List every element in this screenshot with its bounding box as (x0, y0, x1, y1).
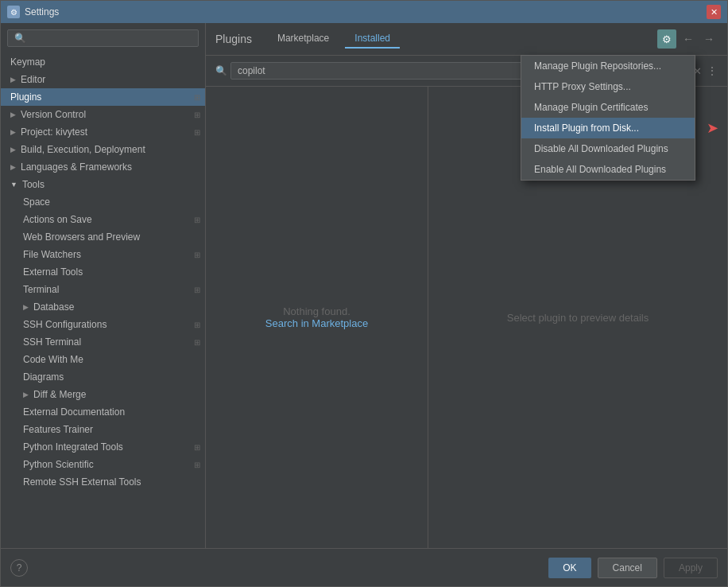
dropdown-item-install-disk[interactable]: Install Plugin from Disk... ➤ (521, 118, 695, 138)
sidebar-item-ssh-terminal[interactable]: SSH Terminal ⊞ (1, 333, 205, 351)
sidebar-item-space[interactable]: Space (1, 193, 205, 211)
sidebar-item-label: Remote SSH External Tools (23, 476, 141, 488)
tab-installed[interactable]: Installed (345, 29, 400, 49)
nothing-found: Nothing found. Search in Marketplace (265, 305, 368, 329)
dropdown-item-disable-all[interactable]: Disable All Downloaded Plugins (521, 138, 695, 159)
sidebar-item-label: Python Integrated Tools (23, 441, 123, 453)
apply-button[interactable]: Apply (664, 558, 718, 578)
chevron-right-icon: ▶ (10, 76, 16, 84)
sidebar-item-python-scientific[interactable]: Python Scientific ⊞ (1, 456, 205, 473)
chevron-right-icon: ▶ (10, 111, 16, 119)
sidebar-item-label: Diagrams (23, 371, 64, 383)
sidebar-item-label: Diff & Merge (33, 389, 86, 400)
sidebar-item-keymap[interactable]: Keymap (1, 53, 205, 71)
sidebar-item-label: Space (23, 196, 50, 208)
search-icon: 🔍 (215, 65, 227, 76)
more-options-button[interactable]: ⋮ (707, 64, 718, 77)
expand-icon: ⊞ (194, 111, 200, 119)
expand-icon: ⊞ (194, 93, 200, 102)
sidebar-item-tools[interactable]: ▼ Tools (1, 176, 205, 193)
window-title: Settings (25, 6, 702, 17)
sidebar-item-python-integrated[interactable]: Python Integrated Tools ⊞ (1, 438, 205, 456)
chevron-right-icon: ▶ (10, 146, 16, 154)
nothing-found-text: Nothing found. (265, 305, 368, 317)
dropdown-item-http-proxy[interactable]: HTTP Proxy Settings... (521, 76, 695, 97)
sidebar-item-external-docs[interactable]: External Documentation (1, 403, 205, 421)
chevron-right-icon: ▶ (10, 128, 16, 136)
main-content: Keymap ▶ Editor Plugins ⊞ ▶ Version Cont… (1, 23, 727, 548)
expand-icon: ⊞ (194, 286, 200, 294)
window-icon: ⚙ (7, 6, 20, 18)
chevron-right-icon: ▶ (23, 303, 29, 311)
sidebar-item-label: Editor (21, 74, 45, 85)
tab-marketplace[interactable]: Marketplace (268, 29, 339, 49)
dropdown-item-certificates[interactable]: Manage Plugin Certificates (521, 97, 695, 118)
expand-icon: ⊞ (194, 128, 200, 137)
sidebar-item-label: Database (33, 301, 74, 313)
sidebar-search-input[interactable] (7, 29, 199, 47)
sidebar-item-label: Tools (22, 179, 45, 190)
cancel-button[interactable]: Cancel (598, 558, 657, 578)
sidebar-item-features-trainer[interactable]: Features Trainer (1, 421, 205, 438)
preview-placeholder-text: Select plugin to preview details (507, 312, 649, 324)
sidebar-item-label: Version Control (21, 109, 86, 120)
search-marketplace-link[interactable]: Search in Marketplace (265, 317, 368, 329)
sidebar-item-external-tools[interactable]: External Tools (1, 263, 205, 281)
sidebar-item-web-browsers[interactable]: Web Browsers and Preview (1, 228, 205, 246)
help-button[interactable]: ? (10, 559, 28, 577)
sidebar-item-label: SSH Configurations (23, 319, 106, 330)
sidebar-item-code-with-me[interactable]: Code With Me (1, 351, 205, 368)
red-arrow-indicator: ➤ (707, 119, 718, 137)
sidebar-item-plugins[interactable]: Plugins ⊞ (1, 88, 205, 106)
gear-settings-button[interactable]: ⚙ (657, 29, 676, 49)
sidebar-item-label: External Documentation (23, 406, 125, 418)
settings-window: ⚙ Settings ✕ Keymap ▶ Editor Plugins ⊞ (0, 0, 728, 587)
sidebar-item-ssh-config[interactable]: SSH Configurations ⊞ (1, 316, 205, 333)
chevron-right-icon: ▶ (10, 163, 16, 171)
ok-button[interactable]: OK (548, 558, 591, 578)
sidebar-item-actions-on-save[interactable]: Actions on Save ⊞ (1, 211, 205, 228)
sidebar-item-label: Build, Execution, Deployment (21, 144, 145, 155)
sidebar-item-label: Keymap (10, 56, 45, 68)
sidebar-item-label: Actions on Save (23, 214, 92, 225)
sidebar-item-diff-merge[interactable]: ▶ Diff & Merge (1, 386, 205, 403)
bottom-bar: ? OK Cancel Apply (1, 548, 727, 586)
expand-icon: ⊞ (194, 216, 200, 224)
sidebar-item-remote-ssh[interactable]: Remote SSH External Tools (1, 473, 205, 491)
dropdown-item-enable-all[interactable]: Enable All Downloaded Plugins (521, 159, 695, 180)
plugin-list: Nothing found. Search in Marketplace (206, 87, 428, 548)
sidebar-item-project[interactable]: ▶ Project: kivytest ⊞ (1, 123, 205, 141)
sidebar-item-label: Terminal (23, 284, 59, 295)
sidebar: Keymap ▶ Editor Plugins ⊞ ▶ Version Cont… (1, 23, 206, 548)
sidebar-list: Keymap ▶ Editor Plugins ⊞ ▶ Version Cont… (1, 53, 205, 548)
sidebar-item-label: File Watchers (23, 249, 81, 260)
sidebar-item-label: Features Trainer (23, 424, 93, 435)
title-bar: ⚙ Settings ✕ (1, 1, 727, 23)
sidebar-item-label: SSH Terminal (23, 336, 81, 348)
dropdown-menu: Manage Plugin Repositories... HTTP Proxy… (521, 55, 695, 181)
right-panel: Plugins Marketplace Installed ⚙ ← → 🔍 ✕ … (206, 23, 727, 548)
dropdown-item-repositories[interactable]: Manage Plugin Repositories... (521, 56, 695, 76)
back-button[interactable]: ← (680, 31, 697, 47)
sidebar-item-file-watchers[interactable]: File Watchers ⊞ (1, 246, 205, 263)
expand-icon: ⊞ (194, 443, 200, 452)
sidebar-item-terminal[interactable]: Terminal ⊞ (1, 281, 205, 298)
chevron-right-icon: ▶ (23, 391, 29, 398)
plugins-header: Plugins Marketplace Installed ⚙ ← → (206, 23, 727, 56)
plugins-title: Plugins (215, 33, 252, 45)
sidebar-item-version-control[interactable]: ▶ Version Control ⊞ (1, 106, 205, 123)
sidebar-item-database[interactable]: ▶ Database (1, 298, 205, 316)
sidebar-item-build[interactable]: ▶ Build, Execution, Deployment (1, 141, 205, 158)
chevron-down-icon: ▼ (10, 181, 17, 189)
sidebar-item-editor[interactable]: ▶ Editor (1, 71, 205, 88)
sidebar-item-languages[interactable]: ▶ Languages & Frameworks (1, 158, 205, 176)
sidebar-item-label: Code With Me (23, 354, 83, 365)
sidebar-search-area (1, 23, 205, 53)
expand-icon: ⊞ (194, 251, 200, 259)
dialog-actions: OK Cancel Apply (548, 558, 718, 578)
sidebar-item-label: Web Browsers and Preview (23, 231, 140, 243)
sidebar-item-diagrams[interactable]: Diagrams (1, 368, 205, 386)
forward-button[interactable]: → (700, 31, 718, 47)
sidebar-item-label: Languages & Frameworks (21, 161, 132, 173)
close-button[interactable]: ✕ (707, 5, 721, 19)
